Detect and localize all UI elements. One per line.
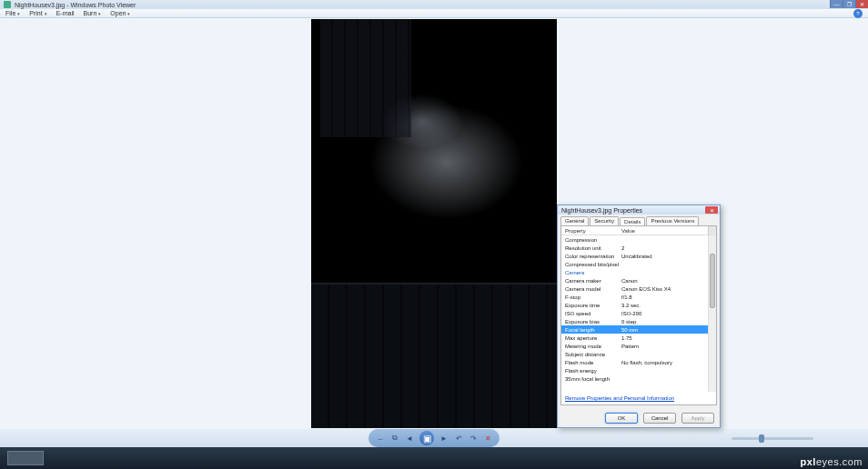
dialog-tabs: General Security Details Previous Versio… — [558, 215, 720, 225]
properties-rows[interactable]: CompressionResolution unit2Color represe… — [561, 235, 708, 392]
scrollbar[interactable] — [708, 235, 716, 392]
property-row[interactable]: Resolution unit2 — [561, 244, 708, 252]
help-button[interactable]: ? — [853, 9, 863, 18]
property-value: 0 step — [620, 319, 708, 324]
watermark: pxleyes.com — [801, 456, 863, 467]
dialog-close-button[interactable]: ✕ — [705, 206, 718, 214]
delete-button[interactable]: ✕ — [483, 434, 492, 443]
menu-open[interactable]: Open▾ — [110, 10, 130, 16]
property-name: Camera maker — [561, 278, 620, 284]
remove-properties-link[interactable]: Remove Properties and Personal Informati… — [565, 395, 674, 401]
property-name: Max aperture — [561, 335, 620, 341]
property-value: ISO-200 — [620, 311, 708, 316]
tab-general[interactable]: General — [560, 216, 589, 225]
property-value: Uncalibrated — [620, 254, 708, 259]
property-row[interactable]: Subject distance — [561, 350, 708, 358]
slideshow-button[interactable]: ▣ — [419, 431, 434, 445]
properties-header: Property Value — [561, 226, 716, 235]
menu-file[interactable]: File▾ — [5, 10, 20, 16]
photo-fence — [311, 283, 557, 428]
property-value: Canon EOS Kiss X4 — [620, 286, 708, 292]
property-value: Pattern — [620, 344, 708, 349]
dialog-buttons: OK Cancel Apply — [605, 413, 714, 424]
property-name: Subject distance — [561, 352, 620, 357]
property-name: Flash mode — [561, 360, 620, 365]
dialog-title-bar[interactable]: NightHousev3.jpg Properties ✕ — [558, 205, 720, 215]
zoom-fit-button[interactable]: ⧉ — [390, 434, 399, 443]
property-name: ISO speed — [561, 311, 620, 316]
property-row[interactable]: Camera makerCanon — [561, 276, 708, 284]
property-name: Camera — [561, 270, 620, 275]
property-row[interactable]: 35mm focal length — [561, 374, 708, 383]
property-name: Flash energy — [561, 368, 620, 374]
property-row[interactable]: Metering modePattern — [561, 342, 708, 350]
window-title: NightHousev3.jpg - Windows Photo Viewer — [15, 2, 136, 8]
scrollbar-thumb[interactable] — [710, 254, 715, 308]
property-name: Resolution unit — [561, 245, 620, 251]
property-value: No flash, compulsory — [620, 360, 708, 365]
photo-viewer-window: NightHousev3.jpg - Windows Photo Viewer … — [0, 0, 868, 447]
property-row[interactable]: Flash energy — [561, 366, 708, 374]
zoom-out-button[interactable]: – — [376, 434, 385, 443]
property-row[interactable]: Exposure time3.2 sec. — [561, 301, 708, 309]
bottom-toolbar: – ⧉ ◄ ▣ ► ↶ ↷ ✕ — [0, 429, 868, 447]
app-icon — [4, 1, 11, 8]
ok-button[interactable]: OK — [605, 413, 638, 424]
header-value[interactable]: Value — [620, 228, 708, 234]
property-name: Compressed bits/pixel — [561, 262, 620, 267]
menu-email[interactable]: E-mail — [56, 10, 75, 16]
dialog-title: NightHousev3.jpg Properties — [561, 207, 642, 214]
zoom-slider-thumb[interactable] — [759, 434, 764, 443]
maximize-button[interactable]: ❐ — [843, 0, 855, 8]
property-row[interactable]: Compressed bits/pixel — [561, 260, 708, 268]
minimize-button[interactable]: — — [830, 0, 843, 8]
menu-print[interactable]: Print▾ — [29, 10, 46, 16]
property-name: Compression — [561, 237, 620, 243]
property-row[interactable]: Exposure bias0 step — [561, 317, 708, 325]
header-property[interactable]: Property — [561, 228, 620, 234]
cancel-button[interactable]: Cancel — [643, 413, 676, 424]
apply-button[interactable]: Apply — [681, 413, 714, 424]
property-name: Exposure time — [561, 303, 620, 308]
property-name: F-stop — [561, 294, 620, 300]
property-value: 2 — [620, 245, 708, 251]
title-bar[interactable]: NightHousev3.jpg - Windows Photo Viewer … — [0, 0, 868, 9]
property-value: 50 mm — [620, 327, 708, 333]
nav-cluster: – ⧉ ◄ ▣ ► ↶ ↷ ✕ — [368, 429, 500, 447]
property-name: Camera model — [561, 286, 620, 292]
property-value: 1.75 — [620, 335, 708, 341]
property-row[interactable]: Color representationUncalibrated — [561, 252, 708, 260]
property-name: Focal length — [561, 327, 620, 333]
close-button[interactable]: ✕ — [855, 0, 868, 8]
rotate-right-button[interactable]: ↷ — [469, 434, 478, 443]
tab-security[interactable]: Security — [590, 216, 619, 225]
content-area — [0, 18, 868, 429]
property-value: Canon — [620, 278, 708, 284]
property-value: f/1.8 — [620, 294, 708, 300]
photo-planks — [320, 19, 411, 137]
photo-display[interactable] — [311, 19, 557, 428]
property-row[interactable]: Max aperture1.75 — [561, 334, 708, 342]
menu-bar: File▾ Print▾ E-mail Burn▾ Open▾ ? — [0, 9, 868, 18]
zoom-slider[interactable] — [732, 437, 813, 440]
taskbar[interactable]: pxleyes.com — [0, 447, 868, 469]
property-name: Color representation — [561, 254, 620, 259]
property-value: 3.2 sec. — [620, 303, 708, 308]
next-button[interactable]: ► — [439, 434, 449, 443]
remove-properties-row: Remove Properties and Personal Informati… — [561, 392, 716, 404]
property-row[interactable]: Flash modeNo flash, compulsory — [561, 358, 708, 366]
property-row[interactable]: Focal length50 mm — [561, 325, 708, 334]
rotate-left-button[interactable]: ↶ — [454, 434, 463, 443]
header-scroll-spacer — [708, 226, 716, 235]
prev-button[interactable]: ◄ — [405, 434, 414, 443]
details-panel: Property Value CompressionResolution uni… — [560, 225, 717, 405]
property-row[interactable]: Compression — [561, 235, 708, 244]
property-row[interactable]: ISO speedISO-200 — [561, 309, 708, 317]
property-name: 35mm focal length — [561, 376, 620, 382]
taskbar-thumbnail[interactable] — [7, 451, 44, 465]
menu-burn[interactable]: Burn▾ — [84, 10, 102, 16]
property-row[interactable]: Camera modelCanon EOS Kiss X4 — [561, 284, 708, 293]
section-row[interactable]: Camera — [561, 268, 708, 276]
property-row[interactable]: F-stopf/1.8 — [561, 293, 708, 301]
tab-previous-versions[interactable]: Previous Versions — [646, 216, 699, 225]
